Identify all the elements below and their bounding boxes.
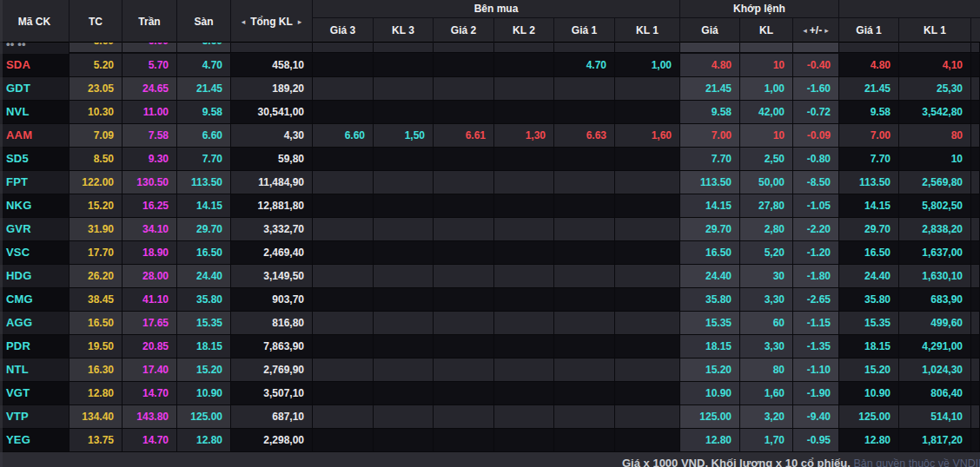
cell-code[interactable]: VSC — [0, 241, 70, 265]
col-header-ask-price-1[interactable]: Giá 1 — [839, 18, 899, 43]
col-header-floor[interactable]: Sàn — [177, 0, 231, 43]
cell-bid-price-1: 6.63 — [554, 124, 615, 148]
cell-reference: 16.50 — [70, 312, 122, 335]
cell-bid-price-2 — [434, 358, 494, 382]
cell-ask-vol-1: 1,637,00 — [899, 241, 971, 265]
cell-bid-vol-3 — [374, 77, 434, 101]
col-header-change[interactable]: ◂ +/- ▸ — [793, 18, 839, 43]
cell-total-volume: 2,469,40 — [231, 241, 313, 265]
cell-clipped — [971, 429, 980, 452]
table-row[interactable]: YEG13.7514.7012.802,298,0012.801,70-0.95… — [0, 429, 980, 452]
cell-clipped — [971, 382, 980, 405]
cell-code[interactable]: GVR — [0, 218, 70, 241]
col-header-stock-code[interactable]: Mã CK — [0, 0, 70, 43]
cell-bid-vol-1 — [615, 265, 680, 288]
cell-code[interactable]: PDR — [0, 335, 70, 358]
cell-clipped — [971, 335, 980, 358]
cell-ask-vol-1: 5,802,50 — [899, 194, 971, 218]
col-header-bid-price-3[interactable]: Giá 3 — [313, 18, 374, 43]
col-header-total-volume[interactable]: ◂ Tổng KL ▸ — [231, 0, 313, 43]
col-header-ask-vol-1[interactable]: KL 1 — [899, 18, 971, 43]
cell-code[interactable]: VTP — [0, 405, 70, 429]
col-header-match-vol[interactable]: KL — [740, 18, 793, 43]
cell-ceiling: 41.10 — [122, 288, 177, 312]
cell-code[interactable]: AAM — [0, 124, 70, 148]
col-header-reference[interactable]: TC — [70, 0, 122, 43]
cell-code[interactable]: SDA — [0, 54, 70, 77]
cell-bid-vol-3 — [374, 405, 434, 429]
cell-ask-vol-1: 2,569,80 — [899, 171, 971, 194]
col-header-bid-price-2[interactable]: Giá 2 — [434, 18, 494, 43]
col-header-label: Giá 3 — [330, 24, 355, 36]
cell-ceiling: 20.85 — [122, 335, 177, 358]
col-header-bid-vol-1[interactable]: KL 1 — [615, 18, 680, 43]
table-row[interactable]: PDR19.5020.8518.157,863,9018.153,30-1.35… — [0, 335, 980, 358]
table-row[interactable]: AAM7.097.586.604,306.601,506.611,306.631… — [0, 124, 980, 148]
cell-reference: 134.40 — [70, 405, 122, 429]
cell-code[interactable]: NVL — [0, 101, 70, 124]
cell-bid-price-2 — [434, 218, 494, 241]
cell-bid-price-3 — [313, 101, 374, 124]
cell-bid-vol-1 — [615, 101, 680, 124]
cell-code[interactable]: GDT — [0, 77, 70, 101]
cell-match-price: 113.50 — [680, 171, 740, 194]
table-row[interactable]: NKG15.2016.2514.1512,881,8014.1527,80-1.… — [0, 194, 980, 218]
table-row[interactable]: SDA5.205.704.70458,104.701,004.8010-0.40… — [0, 54, 980, 77]
cell-code[interactable]: HDG — [0, 265, 70, 288]
col-header-ceiling[interactable]: Trần — [122, 0, 177, 43]
cell-bid-price-2 — [434, 194, 494, 218]
cell-match-vol: 80 — [740, 358, 793, 382]
cell-code[interactable]: SD5 — [0, 148, 70, 171]
table-row[interactable]: FPT122.00130.50113.5011,484,90113.5050,0… — [0, 171, 980, 194]
cell-code[interactable]: •• •• — [0, 43, 70, 54]
right-arrow-icon[interactable]: ▸ — [293, 17, 308, 26]
cell-bid-vol-1 — [615, 171, 680, 194]
cell-match-vol: 2,80 — [740, 218, 793, 241]
cell-bid-price-1 — [554, 358, 615, 382]
cell-code[interactable]: YEG — [0, 429, 70, 452]
left-arrow-icon[interactable]: ◂ — [236, 17, 251, 26]
table-row[interactable]: VSC17.7018.9016.502,469,4016.505,20-1.20… — [0, 241, 980, 265]
cell-bid-vol-1: 1,60 — [615, 124, 680, 148]
cell-bid-vol-1 — [615, 429, 680, 452]
cell-ask-price-1: 15.20 — [839, 358, 899, 382]
table-row[interactable]: HDG26.2028.0024.403,149,5024.4030-1.8024… — [0, 265, 980, 288]
table-row[interactable]: AGG16.5017.6515.35816,8015.3560-1.1515.3… — [0, 312, 980, 335]
cell-bid-price-1 — [554, 171, 615, 194]
table-row[interactable]: GVR31.9034.1029.703,332,7029.702,80-2.20… — [0, 218, 980, 241]
cell-clipped — [971, 358, 980, 382]
cell-clipped — [971, 194, 980, 218]
col-header-match-price[interactable]: Giá — [680, 18, 740, 43]
cell-code[interactable]: VGT — [0, 382, 70, 405]
table-row[interactable]: SD58.509.307.7059,807.702,50-0.807.7010 — [0, 148, 980, 171]
cell-bid-price-2 — [434, 43, 494, 53]
table-row[interactable]: CMG38.4541.1035.80903,7035.803,30-2.6535… — [0, 288, 980, 312]
col-header-bid-vol-3[interactable]: KL 3 — [374, 18, 434, 43]
cell-change: -2.65 — [793, 288, 839, 312]
left-arrow-icon[interactable]: ◂ — [800, 26, 810, 35]
cell-ask-price-1: 18.15 — [839, 335, 899, 358]
cell-bid-vol-2 — [494, 358, 554, 382]
table-row[interactable]: VGT12.8014.7010.903,507,1010.901,60-1.90… — [0, 382, 980, 405]
cell-change: -1.05 — [793, 194, 839, 218]
cell-code[interactable]: NKG — [0, 194, 70, 218]
cell-clipped — [971, 218, 980, 241]
table-row[interactable]: GDT23.0524.6521.45189,2021.451,00-1.6021… — [0, 77, 980, 101]
col-header-bid-price-1[interactable]: Giá 1 — [554, 18, 615, 43]
table-row[interactable]: NVL10.3011.009.5830,541,009.5842,00-0.72… — [0, 101, 980, 124]
cell-code[interactable]: AGG — [0, 312, 70, 335]
col-header-bid-vol-2[interactable]: KL 2 — [494, 18, 554, 43]
cell-code[interactable]: CMG — [0, 288, 70, 312]
table-row[interactable]: NTL16.3017.4015.202,769,9015.2080-1.1015… — [0, 358, 980, 382]
cell-floor: 9.58 — [177, 101, 231, 124]
col-header-label: KL 1 — [924, 24, 946, 36]
cell-code[interactable]: NTL — [0, 358, 70, 382]
right-arrow-icon[interactable]: ▸ — [822, 26, 831, 35]
table-row[interactable]: VTP134.40143.80125.00687,10125.003,20-9.… — [0, 405, 980, 429]
cell-bid-vol-2 — [494, 43, 554, 53]
cell-floor: 6.60 — [177, 124, 231, 148]
cell-bid-price-2 — [434, 171, 494, 194]
cell-match-price: 29.70 — [680, 218, 740, 241]
cell-code[interactable]: FPT — [0, 171, 70, 194]
table-row[interactable]: •• ••5.606.005.60 — [0, 43, 980, 54]
